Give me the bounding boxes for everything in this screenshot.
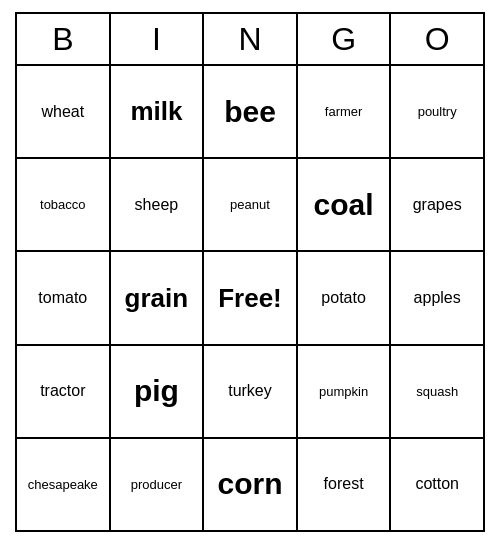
bingo-cell-r1-c2: peanut: [204, 159, 298, 250]
bingo-cell-r2-c4: apples: [391, 252, 483, 343]
bingo-cell-r3-c3: pumpkin: [298, 346, 392, 437]
bingo-cell-r1-c0: tobacco: [17, 159, 111, 250]
bingo-cell-r3-c2: turkey: [204, 346, 298, 437]
bingo-cell-r0-c2: bee: [204, 66, 298, 157]
bingo-cell-r4-c1: producer: [111, 439, 205, 530]
bingo-cell-r3-c1: pig: [111, 346, 205, 437]
bingo-row-4: chesapeakeproducercornforestcotton: [17, 439, 483, 530]
bingo-cell-r1-c1: sheep: [111, 159, 205, 250]
bingo-cell-r0-c3: farmer: [298, 66, 392, 157]
bingo-cell-r2-c2: Free!: [204, 252, 298, 343]
bingo-body: wheatmilkbeefarmerpoultrytobaccosheeppea…: [17, 66, 483, 530]
bingo-row-2: tomatograinFree!potatoapples: [17, 252, 483, 345]
header-letter-i: I: [111, 14, 205, 64]
bingo-row-1: tobaccosheeppeanutcoalgrapes: [17, 159, 483, 252]
bingo-card: BINGO wheatmilkbeefarmerpoultrytobaccosh…: [15, 12, 485, 532]
header-letter-g: G: [298, 14, 392, 64]
bingo-cell-r0-c4: poultry: [391, 66, 483, 157]
bingo-cell-r4-c3: forest: [298, 439, 392, 530]
bingo-header: BINGO: [17, 14, 483, 66]
bingo-row-3: tractorpigturkeypumpkinsquash: [17, 346, 483, 439]
header-letter-n: N: [204, 14, 298, 64]
bingo-cell-r4-c0: chesapeake: [17, 439, 111, 530]
bingo-cell-r2-c1: grain: [111, 252, 205, 343]
bingo-cell-r4-c2: corn: [204, 439, 298, 530]
header-letter-o: O: [391, 14, 483, 64]
header-letter-b: B: [17, 14, 111, 64]
bingo-cell-r2-c0: tomato: [17, 252, 111, 343]
bingo-cell-r3-c4: squash: [391, 346, 483, 437]
bingo-cell-r0-c1: milk: [111, 66, 205, 157]
bingo-cell-r1-c3: coal: [298, 159, 392, 250]
bingo-cell-r1-c4: grapes: [391, 159, 483, 250]
bingo-cell-r0-c0: wheat: [17, 66, 111, 157]
bingo-row-0: wheatmilkbeefarmerpoultry: [17, 66, 483, 159]
bingo-cell-r3-c0: tractor: [17, 346, 111, 437]
bingo-cell-r2-c3: potato: [298, 252, 392, 343]
bingo-cell-r4-c4: cotton: [391, 439, 483, 530]
